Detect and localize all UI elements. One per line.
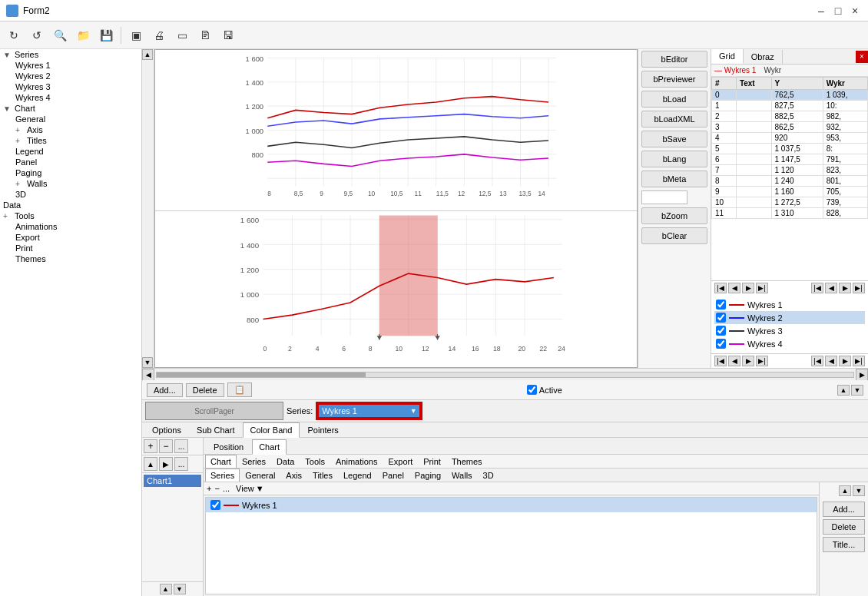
blang-button[interactable]: bLang [641, 151, 707, 167]
bloadxml-button[interactable]: bLoadXML [641, 111, 707, 127]
view-list[interactable]: Wykres 1 [205, 497, 817, 594]
series-check-1[interactable] [716, 300, 726, 310]
cell-text[interactable] [736, 111, 771, 122]
series-check-3[interactable] [716, 326, 726, 336]
move-nested-chart[interactable]: ▶ [159, 457, 173, 471]
table-row[interactable]: 3862,5932, [712, 122, 868, 133]
tree-item-data[interactable]: Data [0, 200, 141, 210]
add-action-button[interactable]: Add... [823, 502, 865, 517]
minimize-button[interactable]: – [814, 4, 828, 18]
cell-text[interactable] [736, 154, 771, 165]
tree-item-axis[interactable]: + Axis [0, 124, 141, 135]
beditor-button[interactable]: bEditor [641, 51, 707, 68]
bload-button[interactable]: bLoad [641, 91, 707, 108]
remove-view-btn[interactable]: − [214, 484, 219, 493]
more-view-btn[interactable]: ... [223, 484, 230, 493]
save-button[interactable]: 💾 [95, 25, 117, 46]
view-check-1[interactable] [210, 500, 220, 510]
delete-action-button[interactable]: Delete [823, 519, 865, 535]
series-legend-item-4[interactable]: Wykres 4 [714, 337, 865, 350]
view-dropdown-icon[interactable]: ▼ [256, 484, 264, 493]
maximize-button[interactable]: □ [831, 4, 845, 18]
move-up-arrow[interactable]: ▲ [837, 385, 850, 396]
series-sub-tab-legend[interactable]: Legend [338, 469, 377, 482]
tree-item-animations[interactable]: Animations [0, 221, 141, 232]
nav-br-prev[interactable]: ◀ [825, 356, 837, 366]
redo-button[interactable]: ↺ [26, 25, 48, 46]
table-row[interactable]: 81 240801, [712, 176, 868, 187]
view-nav-up[interactable]: ▲ [839, 485, 851, 496]
inner-tab-chart[interactable]: Chart [205, 455, 237, 468]
series-sub-tab-general[interactable]: General [240, 469, 280, 482]
series-sub-tab-walls[interactable]: Walls [446, 469, 477, 482]
cell-text[interactable] [736, 122, 771, 133]
bmeta-button[interactable]: bMeta [641, 171, 707, 187]
nav-first-right[interactable]: |◀ [811, 283, 823, 293]
undo-button[interactable]: ↻ [3, 25, 25, 46]
h-scroll-track[interactable] [156, 372, 854, 378]
series-sub-tab-panel[interactable]: Panel [377, 469, 409, 482]
active-checkbox[interactable] [527, 385, 537, 395]
export-button[interactable]: 🖹 [194, 25, 216, 46]
move-up-chart[interactable]: ▲ [144, 457, 157, 471]
tab-obraz[interactable]: Obraz [744, 50, 783, 64]
cell-text[interactable] [736, 208, 771, 219]
h-scroll-left[interactable]: ◀ [142, 369, 154, 381]
nav-br-next[interactable]: ▶ [839, 356, 851, 366]
nav-bl-prev[interactable]: ◀ [728, 356, 740, 366]
bclear-button[interactable]: bClear [641, 227, 707, 244]
tree-item-chart[interactable]: ▼ Chart [0, 103, 141, 114]
inner-tab-print[interactable]: Print [418, 455, 446, 468]
nav-last-left[interactable]: ▶| [756, 283, 768, 293]
remove-chart-button[interactable]: − [159, 439, 173, 453]
table-row[interactable]: 101 272,5739, [712, 197, 868, 208]
tab-chart[interactable]: Chart [252, 439, 287, 455]
close-button[interactable]: × [848, 4, 862, 18]
tree-item-wykres3[interactable]: Wykres 3 [0, 81, 141, 92]
title-action-button[interactable]: Title... [823, 537, 865, 552]
nav-br-first[interactable]: |◀ [811, 356, 823, 366]
series-legend-item-1[interactable]: Wykres 1 [714, 298, 865, 311]
add-series-button[interactable]: Add... [147, 383, 183, 397]
inner-tab-animations[interactable]: Animations [330, 455, 383, 468]
nav-bl-last[interactable]: ▶| [756, 356, 768, 366]
nav-bl-first[interactable]: |◀ [714, 356, 727, 366]
cell-text[interactable] [736, 165, 771, 176]
series-legend-item-2[interactable]: Wykres 2 [714, 311, 865, 324]
tree-item-legend[interactable]: Legend [0, 146, 141, 157]
tree-item-series[interactable]: ▼ Series [0, 49, 141, 60]
component2-button[interactable]: ▭ [171, 25, 193, 46]
move-down-arrow[interactable]: ▼ [851, 385, 863, 396]
series-sub-tab-paging[interactable]: Paging [409, 469, 446, 482]
tree-item-export[interactable]: Export [0, 232, 141, 243]
inner-tab-series[interactable]: Series [237, 455, 271, 468]
chart-nav-down[interactable]: ▼ [174, 584, 186, 594]
tree-item-3d[interactable]: 3D [0, 189, 141, 200]
save2-button[interactable]: 🖫 [217, 25, 239, 46]
scroll-pager[interactable]: ScrollPager [145, 402, 283, 420]
tree-item-paging[interactable]: Paging [0, 167, 141, 178]
add-view-btn[interactable]: + [207, 484, 211, 493]
sub-tab-pointers[interactable]: Pointers [301, 422, 346, 437]
nav-next-left[interactable]: ▶ [742, 283, 754, 293]
sub-tab-subchart[interactable]: Sub Chart [190, 422, 242, 437]
copy-button[interactable]: 📋 [227, 382, 252, 397]
bsave-button[interactable]: bSave [641, 131, 707, 147]
table-row[interactable]: 51 037,58: [712, 144, 868, 154]
chart1-item[interactable]: Chart1 [144, 475, 201, 487]
nav-br-last[interactable]: ▶| [853, 356, 865, 366]
inner-tab-export[interactable]: Export [383, 455, 418, 468]
sub-tab-colorband[interactable]: Color Band [243, 422, 299, 438]
open-button[interactable]: 📁 [72, 25, 94, 46]
series-dropdown-arrow-icon[interactable]: ▼ [407, 403, 421, 419]
tree-item-general[interactable]: General [0, 114, 141, 124]
chart-nav-up[interactable]: ▲ [160, 584, 172, 594]
tree-item-themes[interactable]: Themes [0, 253, 141, 264]
cell-text[interactable] [736, 90, 771, 101]
zoom-input[interactable]: 100 [641, 190, 687, 204]
scroll-down-button[interactable]: ▼ [142, 357, 153, 368]
table-row[interactable]: 4920953, [712, 133, 868, 144]
bzoom-button[interactable]: bZoom [641, 207, 707, 224]
sub-tab-options[interactable]: Options [145, 422, 188, 437]
series-sub-tab-3d[interactable]: 3D [478, 469, 499, 482]
